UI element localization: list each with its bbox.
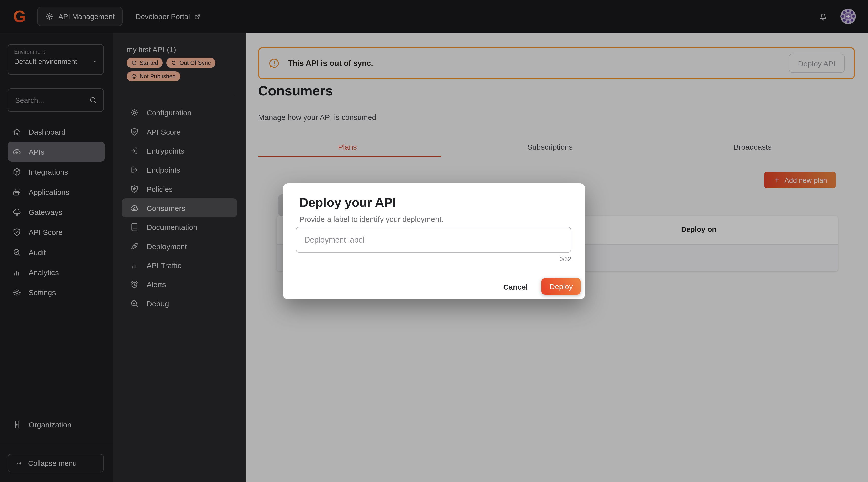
- char-counter: 0/32: [559, 256, 571, 263]
- app-root: G API Management Developer Portal: [0, 0, 868, 482]
- modal-description: Provide a label to identify your deploym…: [299, 215, 443, 223]
- deploy-button[interactable]: Deploy: [541, 278, 581, 295]
- deploy-api-modal: Deploy your API Provide a label to ident…: [283, 183, 585, 299]
- cancel-button[interactable]: Cancel: [500, 282, 531, 292]
- deployment-label-input[interactable]: [296, 227, 571, 253]
- modal-title: Deploy your API: [299, 195, 396, 210]
